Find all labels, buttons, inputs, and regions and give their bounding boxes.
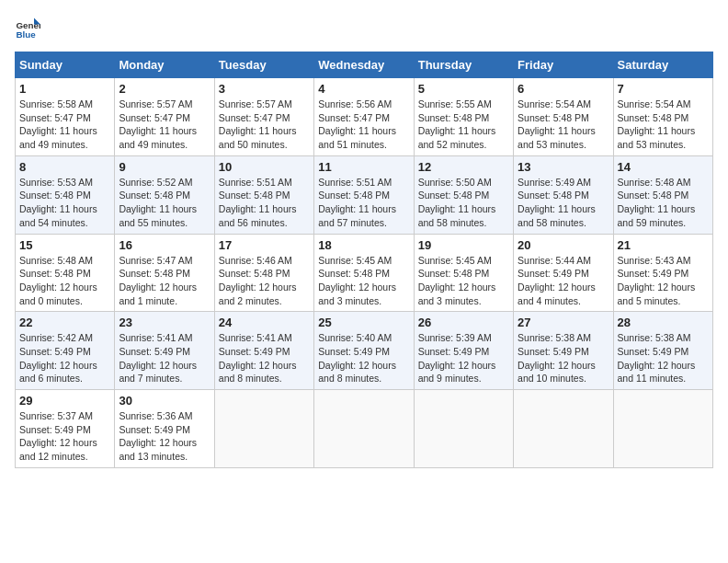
calendar-cell [613,390,712,468]
day-number: 26 [418,316,509,329]
day-info: Sunrise: 5:58 AMSunset: 5:47 PMDaylight:… [19,98,97,150]
logo-icon: General Blue [15,15,40,40]
day-number: 5 [418,82,509,96]
calendar-cell: 13 Sunrise: 5:49 AMSunset: 5:48 PMDaylig… [514,155,613,234]
day-number: 13 [518,160,609,174]
day-info: Sunrise: 5:52 AMSunset: 5:48 PMDaylight:… [119,177,197,228]
calendar-cell: 7 Sunrise: 5:54 AMSunset: 5:48 PMDayligh… [613,78,712,156]
calendar-cell [514,390,613,468]
calendar-cell: 17 Sunrise: 5:46 AMSunset: 5:48 PMDaylig… [214,234,313,312]
day-number: 27 [518,316,609,329]
svg-text:Blue: Blue [16,29,36,40]
day-number: 15 [19,238,110,252]
page-header: General Blue [15,15,713,40]
day-info: Sunrise: 5:48 AMSunset: 5:48 PMDaylight:… [618,177,696,228]
calendar-cell: 9 Sunrise: 5:52 AMSunset: 5:48 PMDayligh… [115,155,214,234]
day-number: 29 [19,394,110,408]
calendar-cell: 21 Sunrise: 5:43 AMSunset: 5:49 PMDaylig… [613,234,712,312]
day-info: Sunrise: 5:41 AMSunset: 5:49 PMDaylight:… [119,332,197,384]
calendar-cell: 27 Sunrise: 5:38 AMSunset: 5:49 PMDaylig… [514,312,613,390]
day-number: 16 [119,238,210,252]
day-of-week-header: Thursday [414,52,513,78]
day-info: Sunrise: 5:43 AMSunset: 5:49 PMDaylight:… [618,255,696,306]
day-number: 30 [119,394,210,408]
day-number: 22 [19,316,110,329]
day-info: Sunrise: 5:38 AMSunset: 5:49 PMDaylight:… [518,332,596,384]
day-number: 20 [518,238,609,252]
day-number: 24 [219,316,310,329]
day-info: Sunrise: 5:37 AMSunset: 5:49 PMDaylight:… [19,410,97,462]
day-number: 1 [19,82,110,96]
day-of-week-header: Friday [514,52,613,78]
day-info: Sunrise: 5:36 AMSunset: 5:49 PMDaylight:… [119,410,197,462]
day-number: 28 [618,316,709,329]
calendar-cell: 16 Sunrise: 5:47 AMSunset: 5:48 PMDaylig… [115,234,214,312]
day-info: Sunrise: 5:50 AMSunset: 5:48 PMDaylight:… [418,177,496,228]
day-of-week-header: Monday [115,52,214,78]
day-info: Sunrise: 5:46 AMSunset: 5:48 PMDaylight:… [219,255,297,306]
calendar-cell: 8 Sunrise: 5:53 AMSunset: 5:48 PMDayligh… [16,155,115,234]
day-number: 7 [618,82,709,96]
day-number: 2 [119,82,210,96]
day-info: Sunrise: 5:54 AMSunset: 5:48 PMDaylight:… [518,98,596,150]
calendar-cell: 6 Sunrise: 5:54 AMSunset: 5:48 PMDayligh… [514,78,613,156]
day-info: Sunrise: 5:56 AMSunset: 5:47 PMDaylight:… [318,98,396,150]
day-number: 21 [618,238,709,252]
day-number: 23 [119,316,210,329]
day-info: Sunrise: 5:51 AMSunset: 5:48 PMDaylight:… [318,177,396,228]
day-of-week-header: Saturday [613,52,712,78]
calendar-week-row: 22 Sunrise: 5:42 AMSunset: 5:49 PMDaylig… [16,312,713,390]
day-number: 17 [219,238,310,252]
calendar-week-row: 8 Sunrise: 5:53 AMSunset: 5:48 PMDayligh… [16,155,713,234]
day-info: Sunrise: 5:48 AMSunset: 5:48 PMDaylight:… [19,255,97,306]
calendar-cell: 3 Sunrise: 5:57 AMSunset: 5:47 PMDayligh… [214,78,313,156]
day-info: Sunrise: 5:49 AMSunset: 5:48 PMDaylight:… [518,177,596,228]
day-info: Sunrise: 5:57 AMSunset: 5:47 PMDaylight:… [219,98,297,150]
day-info: Sunrise: 5:38 AMSunset: 5:49 PMDaylight:… [618,332,696,384]
calendar-cell: 25 Sunrise: 5:40 AMSunset: 5:49 PMDaylig… [314,312,414,390]
day-number: 10 [219,160,310,174]
day-info: Sunrise: 5:42 AMSunset: 5:49 PMDaylight:… [19,332,97,384]
calendar-cell [414,390,513,468]
calendar-table: SundayMondayTuesdayWednesdayThursdayFrid… [15,52,713,468]
day-info: Sunrise: 5:45 AMSunset: 5:48 PMDaylight:… [418,255,496,306]
day-number: 6 [518,82,609,96]
day-number: 9 [119,160,210,174]
day-number: 4 [318,82,409,96]
day-of-week-header: Sunday [16,52,115,78]
calendar-cell: 26 Sunrise: 5:39 AMSunset: 5:49 PMDaylig… [414,312,513,390]
day-of-week-header: Wednesday [314,52,414,78]
calendar-cell [214,390,313,468]
calendar-cell: 30 Sunrise: 5:36 AMSunset: 5:49 PMDaylig… [115,390,214,468]
day-number: 14 [618,160,709,174]
day-info: Sunrise: 5:47 AMSunset: 5:48 PMDaylight:… [119,255,197,306]
day-of-week-header: Tuesday [214,52,313,78]
calendar-cell: 11 Sunrise: 5:51 AMSunset: 5:48 PMDaylig… [314,155,414,234]
calendar-cell: 24 Sunrise: 5:41 AMSunset: 5:49 PMDaylig… [214,312,313,390]
day-info: Sunrise: 5:41 AMSunset: 5:49 PMDaylight:… [219,332,297,384]
calendar-cell [314,390,414,468]
day-info: Sunrise: 5:51 AMSunset: 5:48 PMDaylight:… [219,177,297,228]
day-info: Sunrise: 5:54 AMSunset: 5:48 PMDaylight:… [618,98,696,150]
day-number: 8 [19,160,110,174]
day-info: Sunrise: 5:44 AMSunset: 5:49 PMDaylight:… [518,255,596,306]
calendar-cell: 14 Sunrise: 5:48 AMSunset: 5:48 PMDaylig… [613,155,712,234]
calendar-cell: 22 Sunrise: 5:42 AMSunset: 5:49 PMDaylig… [16,312,115,390]
day-info: Sunrise: 5:45 AMSunset: 5:48 PMDaylight:… [318,255,396,306]
calendar-week-row: 1 Sunrise: 5:58 AMSunset: 5:47 PMDayligh… [16,78,713,156]
day-number: 11 [318,160,409,174]
calendar-week-row: 15 Sunrise: 5:48 AMSunset: 5:48 PMDaylig… [16,234,713,312]
calendar-week-row: 29 Sunrise: 5:37 AMSunset: 5:49 PMDaylig… [16,390,713,468]
calendar-cell: 29 Sunrise: 5:37 AMSunset: 5:49 PMDaylig… [16,390,115,468]
day-number: 25 [318,316,409,329]
day-info: Sunrise: 5:55 AMSunset: 5:48 PMDaylight:… [418,98,496,150]
calendar-cell: 5 Sunrise: 5:55 AMSunset: 5:48 PMDayligh… [414,78,513,156]
calendar-header-row: SundayMondayTuesdayWednesdayThursdayFrid… [16,52,713,78]
calendar-cell: 2 Sunrise: 5:57 AMSunset: 5:47 PMDayligh… [115,78,214,156]
calendar-cell: 28 Sunrise: 5:38 AMSunset: 5:49 PMDaylig… [613,312,712,390]
calendar-cell: 12 Sunrise: 5:50 AMSunset: 5:48 PMDaylig… [414,155,513,234]
day-number: 18 [318,238,409,252]
day-number: 19 [418,238,509,252]
day-info: Sunrise: 5:39 AMSunset: 5:49 PMDaylight:… [418,332,496,384]
calendar-cell: 19 Sunrise: 5:45 AMSunset: 5:48 PMDaylig… [414,234,513,312]
